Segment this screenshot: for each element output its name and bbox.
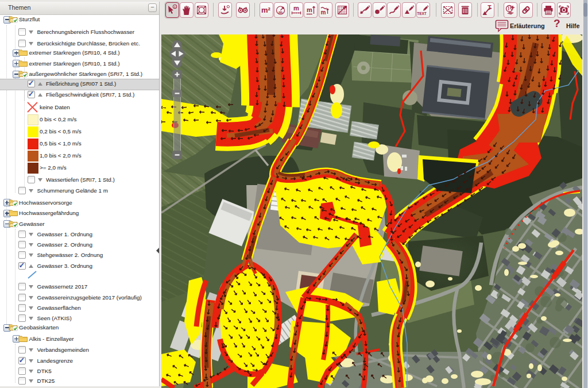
svg-text:m: m xyxy=(307,6,313,13)
svg-text:T: T xyxy=(488,4,492,11)
svg-text:m: m xyxy=(278,10,283,15)
svg-text:m: m xyxy=(293,5,299,11)
svg-text:TEXT: TEXT xyxy=(417,11,427,16)
svg-text:m: m xyxy=(321,9,326,16)
svg-text:m²: m² xyxy=(261,6,271,14)
